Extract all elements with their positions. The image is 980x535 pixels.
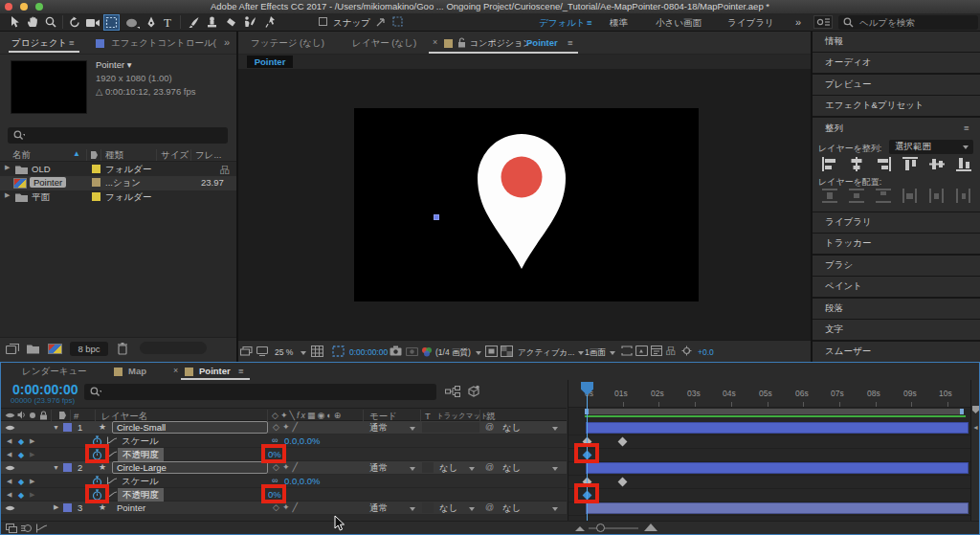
- layer-name-box[interactable]: Circle-Small: [112, 421, 268, 434]
- shape-tool-icon[interactable]: [125, 18, 140, 29]
- work-area-bar[interactable]: [585, 409, 964, 414]
- pan-behind-tool-icon[interactable]: [103, 14, 120, 31]
- sort-ascending-icon[interactable]: ▲: [73, 149, 80, 158]
- timeline-tab-menu-icon[interactable]: ≡: [238, 366, 244, 376]
- timeline-search-input[interactable]: [84, 384, 436, 400]
- tab-composition[interactable]: コンポジション: [470, 37, 531, 50]
- workspace-standard[interactable]: 標準: [610, 17, 628, 30]
- pen-tool-icon[interactable]: [145, 16, 158, 29]
- tab-composition-name[interactable]: Pointer: [526, 37, 558, 48]
- new-composition-icon[interactable]: [48, 344, 62, 354]
- eye-icon[interactable]: [5, 504, 15, 512]
- eye-icon[interactable]: [5, 464, 15, 472]
- snapshot-icon[interactable]: [390, 346, 402, 356]
- graph-editor-master-icon[interactable]: [36, 524, 48, 533]
- viewer-subtab-pointer[interactable]: Pointer: [247, 56, 293, 68]
- viewer-timecode[interactable]: 0:00:00:00: [349, 347, 388, 357]
- project-item-name[interactable]: Pointer ▾: [96, 59, 132, 70]
- layer-name[interactable]: Pointer: [117, 502, 145, 513]
- zoom-tool-icon[interactable]: [45, 16, 57, 29]
- type-tool-icon[interactable]: T: [164, 15, 171, 31]
- align-scope-dropdown[interactable]: 選択範囲: [889, 140, 973, 154]
- label-color[interactable]: [92, 165, 100, 173]
- next-keyframe-icon[interactable]: ▶: [30, 491, 34, 499]
- keyframe-toggle-icon[interactable]: ◆: [18, 451, 24, 459]
- workspace-library[interactable]: ライブラリ: [727, 17, 774, 30]
- layer-bar-pointer[interactable]: [586, 502, 969, 514]
- twirl-icon[interactable]: ▶: [5, 164, 10, 171]
- column-name[interactable]: 名前: [12, 149, 31, 162]
- align-right-icon[interactable]: [876, 157, 891, 171]
- eraser-tool-icon[interactable]: [225, 16, 237, 29]
- align-top-icon[interactable]: [902, 157, 918, 171]
- align-bottom-icon[interactable]: [956, 157, 971, 171]
- zoom-in-mountain-icon[interactable]: [644, 523, 657, 532]
- prev-keyframe-icon[interactable]: ◀: [7, 491, 11, 499]
- time-ruler[interactable]: 0s 01s 02s 03s 04s 05s 06s 07s 08s 09s 1…: [568, 380, 971, 408]
- primary-viewer-icon[interactable]: [256, 346, 268, 356]
- roi-icon[interactable]: [332, 346, 345, 357]
- distribute-center-h-icon[interactable]: [929, 189, 945, 203]
- workspace-small-screen[interactable]: 小さい画面: [656, 17, 702, 30]
- panel-align-title[interactable]: 整列: [825, 123, 843, 135]
- tab-pointer[interactable]: Pointer: [199, 366, 231, 376]
- tab-layer[interactable]: レイヤー (なし): [352, 37, 416, 50]
- align-panel-menu-icon[interactable]: ≡: [964, 123, 969, 133]
- comp-marker-icon[interactable]: [972, 406, 979, 413]
- tab-render-queue[interactable]: レンダーキュー: [22, 366, 87, 378]
- next-keyframe-icon[interactable]: ▶: [30, 478, 34, 485]
- project-row-old[interactable]: ▶ OLD フォルダー 品: [0, 163, 236, 176]
- mode-dropdown[interactable]: 通常: [369, 422, 388, 435]
- trackmatte-dropdown[interactable]: なし: [439, 502, 457, 515]
- parent-dropdown[interactable]: なし: [502, 422, 521, 435]
- tab-footage[interactable]: フッテージ (なし): [251, 37, 324, 50]
- parent-dropdown[interactable]: なし: [502, 502, 521, 515]
- panel-info[interactable]: 情報: [813, 32, 980, 52]
- panel-effects-presets[interactable]: エフェクト&プリセット: [813, 96, 980, 116]
- trackmatte-dropdown[interactable]: なし: [439, 462, 457, 475]
- channels-icon[interactable]: [421, 346, 433, 357]
- rotobrush-tool-icon[interactable]: [243, 15, 257, 29]
- layer-bar-circle-small[interactable]: [586, 422, 969, 434]
- panel-paint[interactable]: ペイント: [813, 277, 980, 297]
- column-fps[interactable]: フレ...: [195, 149, 221, 162]
- frame-blend-master-icon[interactable]: [6, 524, 17, 533]
- parent-pickwhip-icon[interactable]: @: [485, 462, 494, 472]
- composition-canvas[interactable]: [354, 108, 699, 301]
- mode-dropdown[interactable]: 通常: [369, 462, 388, 475]
- property-name-scale[interactable]: スケール: [122, 476, 159, 488]
- align-left-icon[interactable]: [822, 157, 837, 171]
- flowchart-icon[interactable]: 品: [666, 346, 676, 356]
- tab-map[interactable]: Map: [128, 366, 146, 376]
- switch-icons[interactable]: ◇✦╱: [273, 422, 301, 432]
- prev-keyframe-icon[interactable]: ◀: [7, 451, 11, 458]
- project-tabs-overflow[interactable]: »: [224, 36, 230, 48]
- timeline-button-icon[interactable]: [651, 346, 662, 356]
- composition-mini-flowchart-icon[interactable]: [445, 386, 460, 397]
- align-center-v-icon[interactable]: [929, 157, 945, 171]
- distribute-center-v-icon[interactable]: [849, 189, 864, 203]
- property-name-opacity[interactable]: 不透明度: [118, 488, 164, 502]
- timeline-graph-area[interactable]: 0s 01s 02s 03s 04s 05s 06s 07s 08s 09s 1…: [568, 380, 970, 521]
- exposure-value[interactable]: +0.0: [698, 347, 714, 357]
- hand-tool-icon[interactable]: [27, 16, 39, 28]
- project-row-heimen[interactable]: ▶ 平面 フォルダー: [0, 190, 236, 204]
- label-color[interactable]: [92, 178, 100, 187]
- camera-tool-icon[interactable]: [86, 18, 100, 28]
- workspace-default[interactable]: デフォルト: [539, 17, 586, 30]
- grid-guides-icon[interactable]: [311, 346, 323, 357]
- label-column-icon[interactable]: [90, 150, 99, 160]
- parent-dropdown[interactable]: なし: [502, 462, 521, 475]
- eye-icon[interactable]: [5, 424, 15, 432]
- prev-keyframe-icon[interactable]: ◀: [7, 437, 11, 445]
- workspace-settings-icon[interactable]: [813, 15, 833, 29]
- snap-option-icon[interactable]: [375, 16, 387, 28]
- column-size[interactable]: サイズ: [161, 149, 189, 162]
- anchor-point-marker[interactable]: [434, 214, 439, 220]
- scale-value[interactable]: 0.0,0.0%: [284, 476, 321, 486]
- help-search-input[interactable]: ヘルプを検索: [838, 15, 978, 30]
- twirl-open-icon[interactable]: ▼: [53, 424, 59, 431]
- panel-tracker[interactable]: トラッカー: [813, 234, 980, 254]
- workspace-overflow[interactable]: »: [795, 16, 801, 28]
- pixel-aspect-icon[interactable]: [621, 346, 633, 356]
